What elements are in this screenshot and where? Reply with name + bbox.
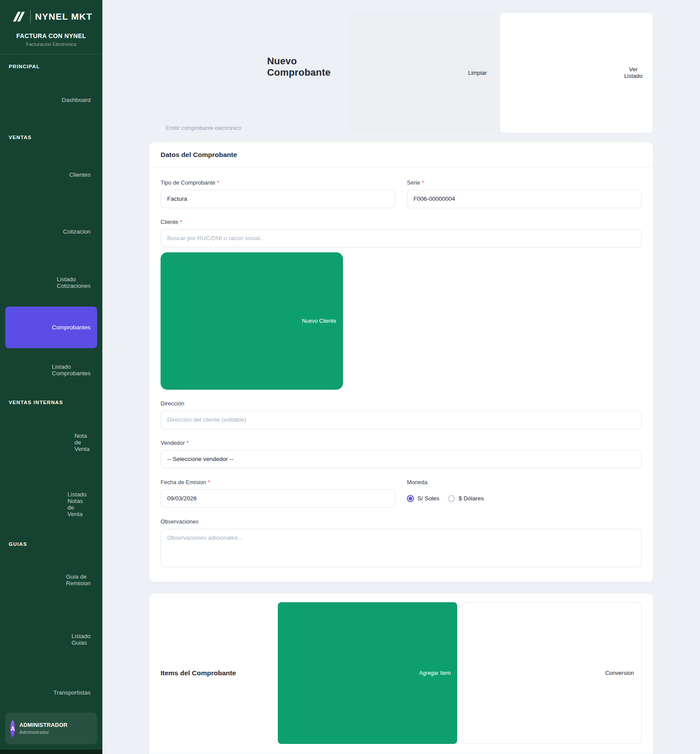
user-role: Administrador (19, 730, 67, 735)
sidebar-item-transportistas[interactable]: Transportistas (5, 671, 97, 708)
avatar: A (10, 720, 15, 737)
brand-area: NYNEL MKT FACTURA CON NYNEL Facturacion … (0, 0, 102, 54)
tipo-comprobante-select[interactable]: Factura (161, 190, 396, 208)
chevron-down-icon (88, 134, 94, 140)
file-icon (12, 311, 46, 344)
file-icon (12, 263, 51, 302)
observaciones-textarea[interactable] (161, 529, 642, 567)
sidebar-item-dashboard[interactable]: Dashboard (5, 74, 97, 126)
logout-button[interactable] (72, 718, 92, 739)
fecha-emision-input[interactable] (161, 489, 396, 508)
section-header-ventas-internas[interactable]: VENTAS INTERNAS (0, 392, 102, 409)
section-header-principal[interactable]: PRINCIPAL (0, 56, 102, 73)
datos-comprobante-card: Datos del Comprobante Tipo de Comprobant… (149, 142, 653, 582)
radio-selected-icon (407, 495, 414, 502)
section-header-ventas[interactable]: VENTAS (0, 127, 102, 144)
sidebar-item-listado-comprobantes[interactable]: Listado Comprobantes (5, 349, 97, 391)
logout-icon (74, 719, 90, 737)
trash-icon (357, 19, 465, 126)
serie-select[interactable]: F006-00000004 (407, 190, 642, 208)
moneda-option-d-lares[interactable]: $ Dólares (448, 495, 484, 502)
sidebar-item-nota-de-venta[interactable]: Nota de Venta (5, 410, 97, 475)
file-icon (12, 209, 57, 254)
moneda-radio-group: S/ Soles$ Dólares (407, 489, 642, 508)
sidebar-item-guia-de-remision[interactable]: Guia de Remision (5, 552, 97, 608)
vendedor-select[interactable]: -- Seleccione vendedor -- (161, 450, 642, 468)
file-icon (12, 613, 65, 666)
sidebar-item-listado-cotizaciones[interactable]: Listado Cotizaciones (5, 259, 97, 306)
agregar-item-button[interactable]: Agregar Item (278, 602, 457, 744)
clipboard-icon (12, 414, 68, 471)
truck-icon (12, 675, 47, 708)
logo-divider (30, 10, 31, 23)
moneda-label: Moneda (407, 479, 642, 485)
sidebar-item-listado-notas-de-venta[interactable]: Listado Notas de Venta (5, 475, 97, 533)
sidebar-nav: PRINCIPALDashboardVENTASClientesCotizaci… (0, 54, 102, 708)
limpiar-header-button[interactable]: Limpiar (350, 12, 494, 133)
truck-icon (12, 556, 60, 604)
chevron-down-icon (88, 399, 94, 405)
sidebar-bottom-strip (0, 750, 102, 754)
chevron-down-icon (88, 63, 94, 70)
invoice-file-icon (149, 10, 262, 123)
section-header-guias[interactable]: GUIAS (0, 534, 102, 551)
user-card: A ADMINISTRADOR Administrador (5, 712, 97, 744)
items-card-title: Items del Comprobante (161, 669, 236, 677)
fecha-emision-label: Fecha de Emision * (161, 479, 396, 485)
page-subtitle: Emitir comprobante electronico (166, 125, 350, 131)
home-icon (12, 78, 56, 122)
chevron-down-icon (88, 541, 94, 547)
sidebar-item-cotizacion[interactable]: Cotizacion (5, 205, 97, 258)
brand-logo-icon (10, 9, 26, 24)
sidebar-item-comprobantes[interactable]: Comprobantes (5, 307, 97, 348)
file-icon (12, 479, 61, 529)
cliente-search-input[interactable] (161, 229, 642, 248)
main-content: Nuevo Comprobante Emitir comprobante ele… (102, 0, 700, 754)
page-title: Nuevo Comprobante (267, 56, 350, 78)
conversion-button[interactable]: Conversion (462, 602, 642, 744)
page-header: Nuevo Comprobante Emitir comprobante ele… (149, 0, 653, 142)
items-comprobante-card: Items del Comprobante Agregar Item Conve… (149, 593, 653, 754)
sidebar: NYNEL MKT FACTURA CON NYNEL Facturacion … (0, 0, 102, 754)
nuevo-cliente-button[interactable]: Nuevo Cliente (161, 252, 343, 390)
list-icon (508, 17, 618, 128)
ver-listado-button[interactable]: Ver Listado (500, 12, 653, 133)
sidebar-item-clientes[interactable]: Clientes (5, 145, 97, 204)
moneda-option-s-soles[interactable]: S/ Soles (407, 495, 439, 502)
plus-icon (167, 255, 298, 387)
brand-name: NYNEL MKT (35, 11, 92, 22)
plus-icon (284, 607, 416, 739)
app-subtitle: Facturacion Electronica (6, 42, 96, 47)
refresh-icon (470, 607, 602, 739)
users-icon (12, 149, 63, 200)
user-name: ADMINISTRADOR (19, 722, 67, 728)
radio-unselected-icon (448, 495, 455, 502)
file-icon (12, 353, 46, 387)
app-title: FACTURA CON NYNEL (6, 32, 96, 39)
sidebar-item-listado-guias[interactable]: Listado Guias (5, 609, 97, 670)
datos-card-title: Datos del Comprobante (161, 151, 237, 159)
